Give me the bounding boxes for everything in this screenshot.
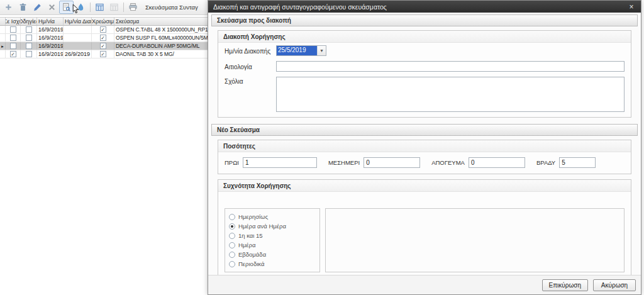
freq-option-every-other-day[interactable]: Ημέρα ανά Ημέρα	[229, 223, 316, 230]
group-frequency: Συχνότητα Χορήγησης Ημερησίως Ημέρα ανά …	[218, 179, 631, 275]
instructions-checkbox[interactable]	[26, 43, 32, 49]
date-cell: 16/9/2019	[37, 34, 64, 42]
group-quantities: Ποσότητες ΠΡΩΙ ΜΕΣΗΜΕΡΙ ΑΠΟΓΕΥΜΑ ΒΡΑΔΥ	[218, 140, 631, 174]
column-header-date[interactable]: Ημ/νία	[37, 18, 64, 25]
table-row[interactable]: 16/9/2019 26/9/2019 DAONIL TAB 30 X 5 MG…	[0, 50, 208, 58]
column-header-stop-date[interactable]: Ημ/νία Διακ	[64, 18, 92, 25]
radio-icon	[229, 233, 235, 239]
toolbar-label: Σκευάσματα Συνταγ	[145, 4, 198, 11]
instructions-cell[interactable]	[21, 34, 37, 42]
table-row[interactable]: 16/9/2019 DECA-DURABOLIN AMP 50MG/ML	[0, 42, 208, 50]
schedule-button[interactable]	[92, 1, 107, 14]
date-cell: 16/9/2019	[37, 42, 64, 50]
stop-date-combobox[interactable]: 25/5/2019	[276, 45, 326, 56]
instructions-checkbox[interactable]	[26, 51, 32, 57]
chargeable-cell[interactable]	[92, 50, 114, 58]
close-icon[interactable]: ×	[627, 3, 636, 11]
medication-name-cell: OSPEN SUSP FL 60MLx400000UN/5ML	[114, 34, 208, 42]
reason-input[interactable]	[276, 61, 625, 72]
freq-option-label: 1η και 15	[238, 232, 263, 239]
qty-field-morning: ΠΡΩΙ	[225, 157, 317, 168]
trash-icon	[18, 3, 28, 12]
active-cell[interactable]	[6, 42, 21, 50]
edit-button[interactable]	[30, 1, 45, 14]
group-title-quantities: Ποσότητες	[218, 140, 631, 152]
confirm-button[interactable]: Επικύρωση	[542, 279, 589, 291]
active-cell[interactable]	[6, 34, 21, 42]
dialog-discontinue-copy: Διακοπή και αντιγραφή συνταγογραφούμενου…	[208, 0, 641, 295]
radio-icon	[229, 242, 235, 248]
active-cell[interactable]	[6, 26, 21, 33]
table-row[interactable]: 16/9/2019 OSPEN SUSP FL 60MLx400000UN/5M…	[0, 34, 208, 42]
row-indicator-cell	[0, 50, 6, 58]
active-checkbox[interactable]	[10, 43, 16, 49]
chargeable-checkbox[interactable]	[100, 51, 106, 57]
freq-option-week[interactable]: Εβδομάδα	[229, 251, 316, 258]
qty-input-noon[interactable]	[364, 157, 420, 168]
chargeable-checkbox[interactable]	[100, 35, 106, 41]
chargeable-cell[interactable]	[92, 42, 114, 50]
active-cell[interactable]	[6, 50, 21, 58]
radio-icon	[229, 252, 235, 258]
instructions-cell[interactable]	[21, 50, 37, 58]
row-indicator-cell	[0, 34, 6, 42]
cancel-edit-button[interactable]	[45, 1, 59, 14]
section-header-discontinue: Σκεύασμα προς διακοπή	[211, 14, 638, 26]
document-search-icon	[62, 3, 71, 12]
radio-icon	[229, 214, 235, 220]
qty-input-afternoon[interactable]	[469, 157, 525, 168]
chevron-down-icon[interactable]	[317, 46, 326, 55]
print-button[interactable]	[126, 1, 140, 14]
schedule-alt-button[interactable]	[107, 1, 121, 14]
cancel-button[interactable]: Ακύρωση	[593, 279, 636, 291]
frequency-options-panel: Ημερησίως Ημέρα ανά Ημέρα 1η και 15 Ημέρ…	[225, 208, 320, 272]
qty-label-evening: ΒΡΑΔΥ	[536, 159, 555, 166]
active-checkbox[interactable]	[10, 26, 16, 33]
chargeable-checkbox[interactable]	[100, 43, 106, 49]
instructions-cell[interactable]	[21, 26, 37, 33]
instructions-checkbox[interactable]	[26, 26, 32, 33]
plus-icon	[4, 3, 13, 12]
chargeable-cell[interactable]	[92, 26, 114, 33]
column-header-medication[interactable]: Σκεύασμα	[114, 18, 208, 25]
qty-field-afternoon: ΑΠΟΓΕΥΜΑ	[431, 157, 525, 168]
chargeable-cell[interactable]	[92, 34, 114, 42]
toolbar-separator	[123, 3, 124, 12]
qty-label-noon: ΜΕΣΗΜΕΡΙ	[328, 159, 360, 166]
preview-button[interactable]	[59, 1, 74, 14]
toolbar: Σκευάσματα Συνταγ	[0, 0, 209, 15]
qty-input-morning[interactable]	[243, 157, 317, 168]
comments-textarea[interactable]	[276, 77, 625, 112]
freq-option-day[interactable]: Ημέρα	[229, 242, 316, 248]
dialog-body: Σκεύασμα προς διακοπή Διακοπή Χορήγησης …	[208, 13, 641, 275]
add-button[interactable]	[1, 1, 16, 14]
qty-input-evening[interactable]	[559, 157, 596, 168]
freq-option-first-and-15th[interactable]: 1η και 15	[229, 232, 316, 239]
freq-option-label: Ημερησίως	[238, 213, 268, 220]
frequency-content: Ημερησίως Ημέρα ανά Ημέρα 1η και 15 Ημέρ…	[218, 192, 631, 275]
active-checkbox[interactable]	[10, 51, 16, 57]
medication-name-cell: OSPEN C.TABL 48 X 1500000UN_RP12	[114, 26, 208, 33]
pencil-icon	[33, 3, 42, 12]
row-indicator-cell	[0, 42, 6, 50]
delete-button[interactable]	[16, 1, 30, 14]
column-header-instructions[interactable]: Οδηγίες	[21, 18, 37, 25]
instructions-checkbox[interactable]	[26, 35, 32, 41]
group-title-discontinue: Διακοπή Χορήγησης	[218, 31, 631, 43]
freq-option-daily[interactable]: Ημερησίως	[229, 213, 316, 220]
freq-option-periodic[interactable]: Περιοδικά	[229, 260, 316, 267]
grid-header: Σε Ισχύ Οδηγίες Ημ/νία Ημ/νία Διακ Χρεώσ…	[0, 17, 208, 26]
freq-option-label: Εβδομάδα	[238, 251, 266, 258]
column-header-active[interactable]: Σε Ισχύ	[6, 18, 21, 25]
freq-option-label: Ημέρα	[238, 242, 255, 248]
qty-field-noon: ΜΕΣΗΜΕΡΙ	[328, 157, 420, 168]
instructions-cell[interactable]	[21, 42, 37, 50]
quantities-row: ΠΡΩΙ ΜΕΣΗΜΕΡΙ ΑΠΟΓΕΥΜΑ ΒΡΑΔΥ	[218, 152, 631, 174]
table-row[interactable]: 16/9/2019 OSPEN C.TABL 48 X 1500000UN_RP…	[0, 26, 208, 34]
chargeable-checkbox[interactable]	[100, 26, 106, 33]
active-checkbox[interactable]	[10, 35, 16, 41]
comments-label: Σχόλια	[225, 77, 276, 85]
row-indicator-cell	[0, 26, 6, 33]
column-header-chargeable[interactable]: Χρεώσιμ	[92, 18, 114, 25]
comments-row: Σχόλια	[218, 74, 631, 117]
